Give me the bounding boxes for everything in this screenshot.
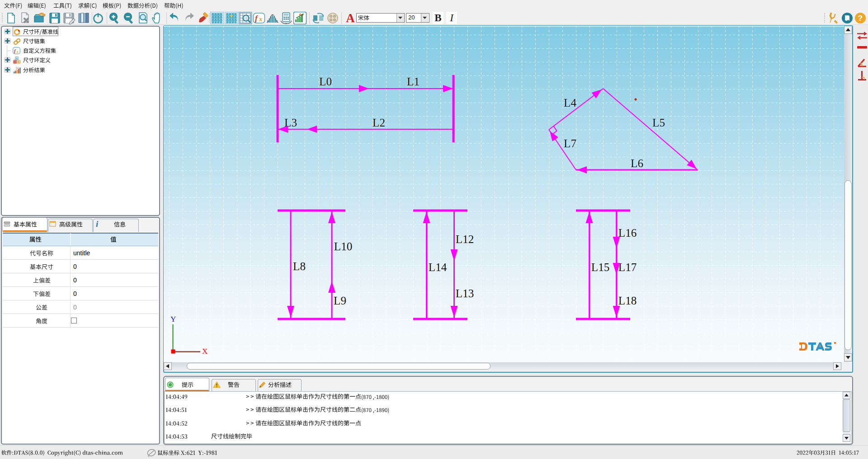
svg-text:A: A — [16, 57, 18, 60]
svg-text:C: C — [18, 61, 20, 63]
svg-text:x: x — [16, 49, 19, 54]
svg-text:?: ? — [858, 14, 863, 23]
svg-text:B: B — [14, 61, 16, 63]
svg-text:x: x — [259, 16, 262, 23]
svg-text:6σ: 6σ — [16, 67, 19, 69]
